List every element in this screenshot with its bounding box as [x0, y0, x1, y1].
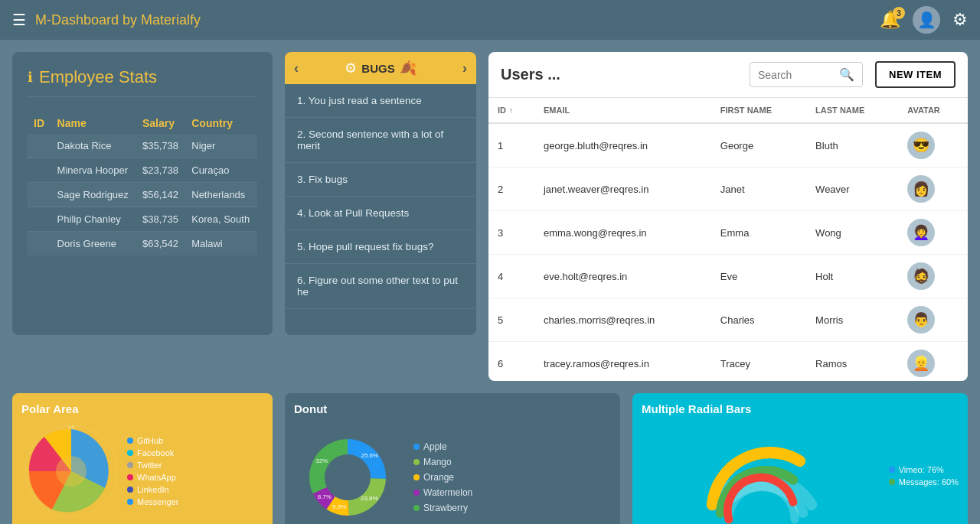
list-item[interactable]: 3. Fix bugs — [285, 163, 476, 197]
emp-salary: $38,735 — [136, 207, 185, 232]
legend-label: Mango — [423, 457, 452, 467]
emp-salary: $63,542 — [136, 232, 185, 256]
bugs-list: 1. You just read a sentence2. Second sen… — [285, 84, 476, 309]
user-avatar-cell: 👩‍🦱 — [898, 211, 968, 255]
users-table: ID ↑ EMAIL FIRST NAME LAST NAME AVATAR 1… — [488, 98, 968, 381]
legend-label: WhatsApp — [137, 473, 176, 482]
emp-name: Doris Greene — [51, 232, 136, 256]
search-input[interactable] — [758, 69, 835, 81]
users-col-id: ID ↑ — [488, 98, 534, 123]
users-col-email: EMAIL — [534, 98, 711, 123]
search-icon[interactable]: 🔍 — [839, 67, 854, 82]
search-box: 🔍 — [750, 62, 863, 87]
user-avatar-cell: 👩 — [898, 168, 968, 211]
donut-label: 25.6% — [361, 452, 378, 459]
bugs-title: BUGS — [361, 62, 394, 75]
emp-id — [28, 158, 51, 183]
new-item-button[interactable]: NEW ITEM — [875, 61, 956, 88]
users-col-lastname: LAST NAME — [806, 98, 898, 123]
bugs-next-btn[interactable]: › — [462, 60, 467, 76]
emp-country: Curaçao — [185, 158, 257, 183]
radial-panel: Multiple Radial Bars — [632, 393, 968, 524]
legend-item: Mango — [413, 457, 472, 467]
user-email: eve.holt@reqres.in — [534, 255, 711, 298]
list-item[interactable]: 5. Hope pull request fix bugs? — [285, 230, 476, 264]
notification-bell[interactable]: 🔔 3 — [880, 10, 900, 30]
settings-icon[interactable]: ⚙ — [952, 10, 968, 30]
employee-stats-header: ℹ Employee Stats — [28, 67, 257, 97]
bottom-row: Polar Area 25 GitHubFacebookTw — [12, 393, 968, 524]
list-item[interactable]: 4. Look at Pull Requests — [285, 197, 476, 230]
donut-label: 8.7% — [318, 493, 332, 500]
user-email: emma.wong@reqres.in — [534, 211, 711, 255]
legend-item: Apple — [413, 441, 472, 452]
radial-chart — [642, 421, 883, 524]
table-row: Doris Greene $63,542 Malawi — [28, 232, 257, 256]
legend-label: Strawberry — [423, 503, 468, 513]
donut-chart-svg: 25.6%23.8%9.9%8.7%32% — [294, 424, 401, 524]
user-firstname: Emma — [711, 211, 806, 255]
user-firstname: Eve — [711, 255, 806, 298]
top-row: ℹ Employee Stats ID Name Salary Country — [12, 52, 968, 381]
emp-country: Netherlands — [185, 183, 257, 207]
legend-dot — [127, 499, 133, 505]
emp-name: Sage Rodriguez — [51, 183, 136, 207]
app-title: M-Dashboard by Materialfy — [35, 12, 201, 28]
legend-label: LinkedIn — [137, 485, 169, 494]
user-avatar-cell: 👱 — [898, 342, 968, 382]
legend-dot — [413, 444, 420, 450]
user-firstname: Charles — [711, 298, 806, 342]
table-row: Philip Chanley $38,735 Korea, South — [28, 207, 257, 232]
user-avatar-cell: 🧔 — [898, 255, 968, 298]
header-right: 🔔 3 👤 ⚙ — [880, 6, 968, 34]
user-id: 5 — [488, 298, 534, 342]
radial-legend: Vimeo: 76%Messages: 60% — [889, 465, 959, 487]
user-lastname: Morris — [806, 298, 898, 342]
donut-panel: Donut 25.6%23.8%9.9%8.7%32% AppleMangoOr… — [285, 393, 620, 524]
radial-chart-svg — [655, 422, 869, 525]
list-item[interactable]: 1. You just read a sentence — [285, 84, 476, 118]
legend-item: Strawberry — [413, 503, 472, 513]
legend-label: Apple — [423, 441, 447, 452]
avatar: 🧔 — [907, 262, 935, 290]
users-panel: Users ... 🔍 NEW ITEM ID ↑ EMAIL — [488, 52, 968, 381]
bugs-label-group: ⚙ BUGS 🍂 — [305, 60, 456, 76]
col-salary: Salary — [136, 112, 185, 134]
user-email: tracey.ramos@reqres.in — [534, 342, 711, 382]
user-id: 1 — [488, 123, 534, 168]
legend-item: GitHub — [127, 436, 178, 445]
avatar: 👨 — [907, 306, 935, 334]
legend-label: GitHub — [137, 436, 163, 445]
radial-title: Multiple Radial Bars — [642, 402, 959, 415]
user-email: george.bluth@reqres.in — [534, 123, 711, 168]
user-lastname: Holt — [806, 255, 898, 298]
list-item[interactable]: 6. Figure out some other text to put he — [285, 264, 476, 309]
polar-panel: Polar Area 25 GitHubFacebookTw — [12, 393, 273, 524]
polar-legend: GitHubFacebookTwitterWhatsAppLinkedInMes… — [127, 436, 178, 506]
menu-icon[interactable]: ☰ — [12, 11, 26, 29]
avatar: 😎 — [907, 132, 935, 159]
legend-dot — [889, 479, 895, 485]
legend-label: Facebook — [137, 448, 174, 457]
user-lastname: Weaver — [806, 168, 898, 211]
list-item[interactable]: 2. Second sentence with a lot of merit — [285, 118, 476, 163]
table-row: Sage Rodriguez $56,142 Netherlands — [28, 183, 257, 207]
user-avatar-cell: 😎 — [898, 123, 968, 168]
user-id: 6 — [488, 342, 534, 382]
donut-label: 9.9% — [332, 503, 346, 510]
donut-label: 32% — [315, 457, 328, 464]
legend-dot — [127, 462, 133, 468]
bugs-prev-btn[interactable]: ‹ — [294, 60, 299, 76]
content-area: ℹ Employee Stats ID Name Salary Country — [12, 52, 968, 512]
legend-label: Twitter — [137, 461, 162, 470]
col-country: Country — [185, 112, 257, 134]
legend-dot — [127, 474, 133, 480]
table-row: Minerva Hooper $23,738 Curaçao — [28, 158, 257, 183]
col-name: Name — [51, 112, 136, 134]
emp-salary: $35,738 — [136, 134, 185, 158]
legend-item: LinkedIn — [127, 485, 178, 494]
header: ☰ M-Dashboard by Materialfy 🔔 3 👤 ⚙ — [0, 0, 980, 40]
user-avatar-header[interactable]: 👤 — [913, 6, 940, 34]
legend-dot — [127, 450, 133, 456]
legend-dot — [413, 505, 420, 511]
